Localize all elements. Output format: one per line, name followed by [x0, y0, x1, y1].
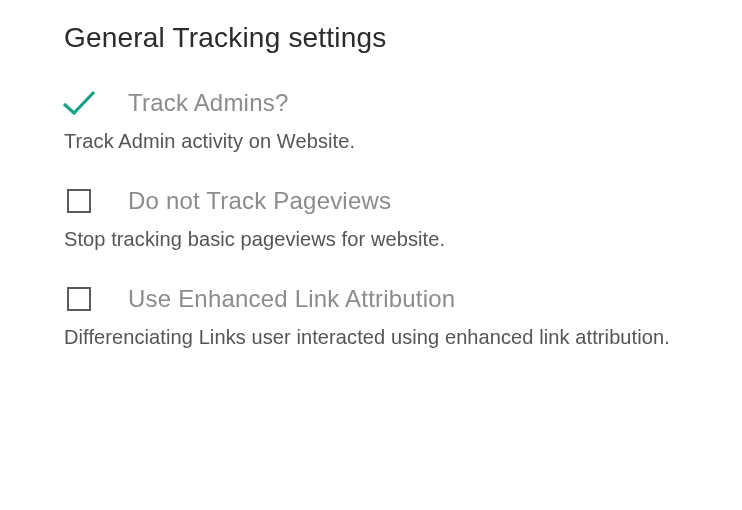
checkbox-track-admins[interactable]	[64, 88, 94, 118]
option-track-admins: Track Admins? Track Admin activity on We…	[64, 88, 706, 156]
checkbox-unchecked-icon	[67, 287, 91, 311]
option-description: Differenciating Links user interacted us…	[64, 322, 706, 352]
checkbox-unchecked-icon	[67, 189, 91, 213]
option-label: Do not Track Pageviews	[128, 187, 391, 215]
page-title: General Tracking settings	[64, 22, 706, 54]
option-description: Track Admin activity on Website.	[64, 126, 706, 156]
option-no-track-pageviews: Do not Track Pageviews Stop tracking bas…	[64, 186, 706, 254]
option-row: Track Admins?	[64, 88, 706, 118]
checkmark-icon	[62, 89, 96, 117]
option-description: Stop tracking basic pageviews for websit…	[64, 224, 706, 254]
option-label: Track Admins?	[128, 89, 288, 117]
checkbox-no-track-pageviews[interactable]	[64, 186, 94, 216]
option-enhanced-link-attribution: Use Enhanced Link Attribution Differenci…	[64, 284, 706, 352]
checkbox-enhanced-link-attribution[interactable]	[64, 284, 94, 314]
option-row: Do not Track Pageviews	[64, 186, 706, 216]
option-label: Use Enhanced Link Attribution	[128, 285, 455, 313]
option-row: Use Enhanced Link Attribution	[64, 284, 706, 314]
